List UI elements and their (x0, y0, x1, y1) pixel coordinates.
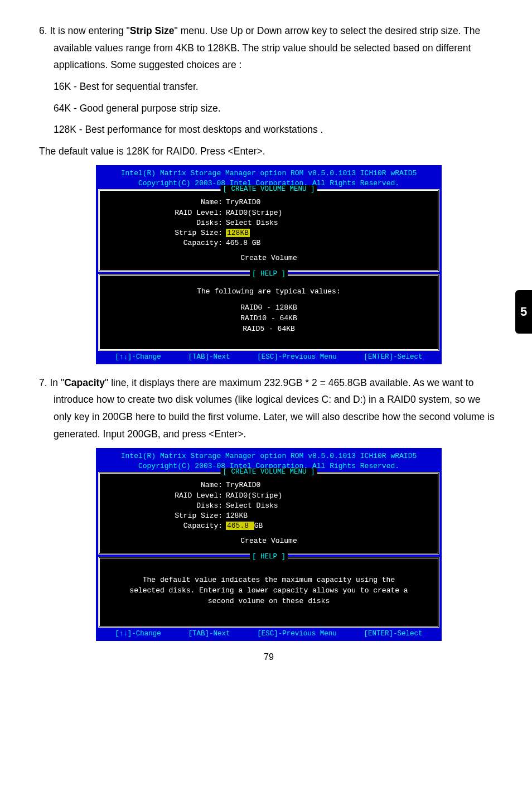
page-number: 79 (39, 652, 499, 662)
label-raidlevel: RAID Level: (111, 491, 226, 501)
selected-capacity: 465.8 (226, 522, 254, 530)
help-line: RAID5 - 64KB (111, 324, 427, 335)
footer-key-tab: [TAB]-Next (188, 630, 230, 638)
label-raidlevel: RAID Level: (111, 208, 226, 218)
bios-hdr-line1: Intel(R) Matrix Storage Manager option R… (96, 451, 442, 461)
help-box: [ HELP ] The following are typical value… (98, 274, 439, 350)
label-capacity: Capacity: (111, 238, 226, 248)
footer-key-esc: [ESC]-Previous Menu (257, 353, 337, 361)
help-line: RAID0 - 128KB (111, 303, 427, 314)
help-line: RAID10 - 64KB (111, 314, 427, 324)
value-name: TryRAID0 (226, 480, 427, 490)
bios-hdr-line1: Intel(R) Matrix Storage Manager option R… (96, 168, 442, 179)
bios-screenshot-1: Intel(R) Matrix Storage Manager option R… (96, 165, 442, 364)
step6-l3: 128K - Best performance for most desktop… (39, 121, 499, 138)
value-raidlevel: RAID0(Stripe) (226, 208, 427, 218)
bios-footer: [↑↓]-Change [TAB]-Next [ESC]-Previous Me… (96, 351, 442, 364)
create-volume-action[interactable]: Create Volume (111, 254, 427, 262)
value-raidlevel: RAID0(Stripe) (226, 491, 427, 501)
create-volume-box: [ CREATE VOLUME MENU ] Name:TryRAID0 RAI… (98, 472, 439, 555)
label-name: Name: (111, 480, 226, 490)
label-disks: Disks: (111, 501, 226, 511)
step6-last: The default value is 128K for RAID0. Pre… (39, 143, 499, 160)
label-name: Name: (111, 197, 226, 208)
label-stripsize: Strip Size: (111, 228, 226, 238)
box-title: [ CREATE VOLUME MENU ] (220, 185, 317, 193)
step7-text: 7. In "Capacity" line, it displays there… (39, 374, 499, 443)
value-stripsize[interactable]: 128KB (226, 228, 427, 238)
text: 6. It is now entering " (39, 25, 130, 36)
footer-key-enter: [ENTER]-Select (364, 630, 423, 638)
bold-strip-size: Strip Size (130, 25, 175, 36)
label-capacity: Capacity: (111, 521, 226, 531)
text: " line, it displays there are maximum 23… (54, 377, 495, 440)
step6-text: 6. It is now entering "Strip Size" menu.… (39, 22, 499, 74)
footer-key-esc: [ESC]-Previous Menu (257, 630, 337, 638)
selected-stripsize: 128KB (226, 229, 250, 237)
value-name: TryRAID0 (226, 197, 427, 208)
bios-screenshot-2: Intel(R) Matrix Storage Manager option R… (96, 448, 442, 641)
create-volume-action[interactable]: Create Volume (111, 537, 427, 545)
text: 7. In " (39, 377, 64, 388)
help-box: [ HELP ] The default value indicates the… (98, 557, 439, 628)
box-title: [ CREATE VOLUME MENU ] (220, 468, 317, 476)
page-content: 6. It is now entering "Strip Size" menu.… (0, 0, 532, 679)
bold-capacity: Capacity (64, 377, 105, 388)
label-stripsize: Strip Size: (111, 511, 226, 521)
bios-footer: [↑↓]-Change [TAB]-Next [ESC]-Previous Me… (96, 628, 442, 641)
label-disks: Disks: (111, 218, 226, 228)
help-line: The following are typical values: (111, 287, 427, 297)
value-disks: Select Disks (226, 218, 427, 228)
help-text: The default value indicates the maximum … (128, 575, 410, 607)
side-tab: 5 (515, 290, 532, 334)
footer-key-tab: [TAB]-Next (188, 353, 230, 361)
capacity-unit: GB (254, 522, 263, 530)
help-title: [ HELP ] (250, 553, 288, 561)
help-title: [ HELP ] (250, 270, 288, 278)
value-stripsize: 128KB (226, 511, 427, 521)
step6-l1: 16K - Best for sequential transfer. (39, 78, 499, 95)
footer-key-enter: [ENTER]-Select (364, 353, 423, 361)
step6-l2: 64K - Good general purpose strip size. (39, 100, 499, 117)
footer-key-updown: [↑↓]-Change (115, 353, 161, 361)
value-capacity[interactable]: 465.8 GB (226, 521, 427, 531)
value-disks: Select Disks (226, 501, 427, 511)
create-volume-box: [ CREATE VOLUME MENU ] Name:TryRAID0 RAI… (98, 189, 439, 272)
value-capacity: 465.8 GB (226, 238, 427, 248)
footer-key-updown: [↑↓]-Change (115, 630, 161, 638)
